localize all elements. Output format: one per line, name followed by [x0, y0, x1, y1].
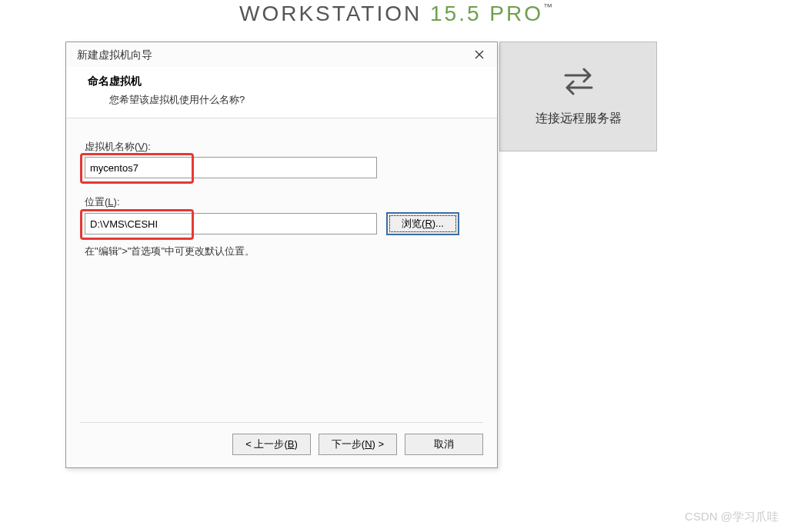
brand-tm: ™: [543, 2, 555, 12]
back-button[interactable]: < 上一步(B): [232, 434, 311, 455]
cancel-button[interactable]: 取消: [405, 434, 483, 455]
dialog-button-row: < 上一步(B) 下一步(N) > 取消: [80, 422, 483, 455]
location-label: 位置(L):: [85, 195, 479, 209]
brand-header: WORKSTATION 15.5 PRO™: [0, 2, 794, 26]
dialog-inner-header: 命名虚拟机 您希望该虚拟机使用什么名称?: [66, 67, 497, 118]
vm-name-label: 虚拟机名称(V):: [85, 140, 479, 154]
new-vm-wizard-dialog: 新建虚拟机向导 命名虚拟机 您希望该虚拟机使用什么名称? 虚拟机名称(V): 位…: [65, 42, 498, 468]
brand-name: WORKSTATION: [239, 2, 422, 25]
watermark: CSDN @学习爪哇: [685, 510, 779, 524]
connect-remote-server-button[interactable]: 连接远程服务器: [499, 42, 657, 151]
dialog-titlebar: 新建虚拟机向导: [66, 42, 497, 67]
vm-name-input[interactable]: [85, 157, 377, 178]
close-button[interactable]: [472, 48, 486, 62]
next-button[interactable]: 下一步(N) >: [319, 434, 397, 455]
connect-remote-label: 连接远程服务器: [535, 111, 622, 127]
location-hint: 在"编辑">"首选项"中可更改默认位置。: [85, 244, 479, 258]
brand-version: 15.5 PRO: [430, 2, 543, 25]
dialog-header-sub: 您希望该虚拟机使用什么名称?: [109, 93, 482, 107]
swap-arrows-icon: [561, 66, 596, 100]
dialog-body: 虚拟机名称(V): 位置(L): 浏览(R)... 在"编辑">"首选项"中可更…: [66, 118, 497, 266]
location-input[interactable]: [85, 213, 377, 234]
dialog-header-title: 命名虚拟机: [88, 75, 482, 88]
browse-button[interactable]: 浏览(R)...: [386, 212, 459, 235]
close-icon: [474, 49, 485, 62]
dialog-title: 新建虚拟机向导: [77, 48, 152, 62]
